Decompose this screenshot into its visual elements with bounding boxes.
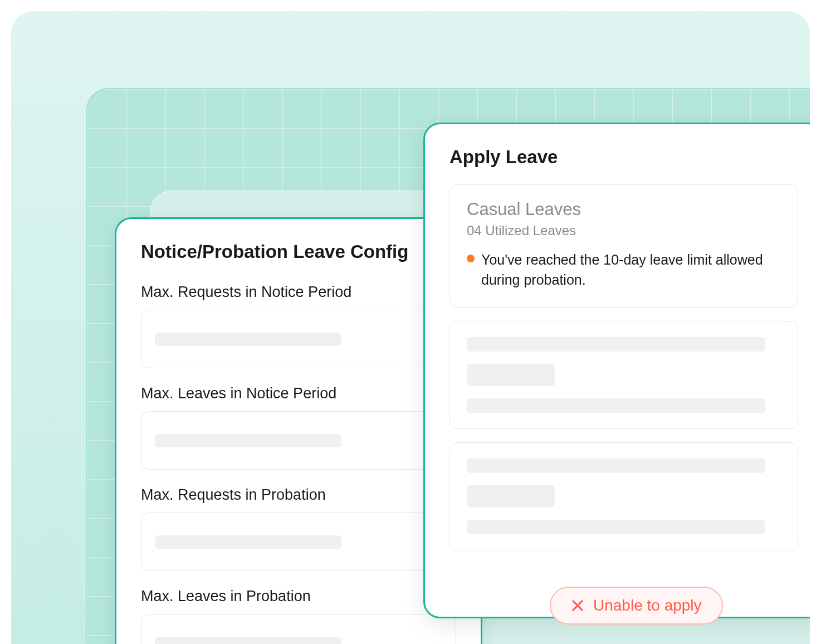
background-container: Notice/Probation Leave Config Max. Reque… [11,11,810,644]
leave-warning-row: You've reached the 10-day leave limit al… [467,250,781,290]
config-field-group: Max. Leaves in Probation [141,588,456,644]
config-field-label: Max. Leaves in Notice Period [141,385,456,402]
config-field-group: Max. Requests in Notice Period [141,284,456,368]
unable-to-apply-badge: Unable to apply [550,587,723,625]
config-field-label: Max. Leaves in Probation [141,588,456,605]
leave-utilized-label: 04 Utilized Leaves [467,223,781,238]
skeleton-placeholder [467,364,555,386]
unable-badge-label: Unable to apply [593,597,702,614]
leave-type-label: Casual Leaves [467,199,781,219]
skeleton-placeholder [467,398,765,413]
skeleton-placeholder [467,485,555,508]
skeleton-placeholder [155,333,341,346]
skeleton-placeholder [467,458,765,473]
config-field-input[interactable] [141,513,456,571]
leave-info-box: Casual Leaves 04 Utilized Leaves You've … [449,184,798,308]
skeleton-placeholder [155,535,341,549]
form-section-placeholder [449,442,798,550]
config-field-group: Max. Leaves in Notice Period [141,385,456,470]
leave-warning-text: You've reached the 10-day leave limit al… [481,250,781,290]
config-field-input[interactable] [141,614,456,644]
warning-dot-icon [467,255,475,262]
apply-leave-card: Apply Leave Casual Leaves 04 Utilized Le… [423,123,810,618]
skeleton-placeholder [467,520,765,534]
config-field-group: Max. Requests in Probation [141,486,456,571]
config-card-title: Notice/Probation Leave Config [141,241,456,262]
skeleton-placeholder [467,337,765,352]
skeleton-placeholder [155,434,341,447]
skeleton-placeholder [155,637,341,645]
config-field-label: Max. Requests in Probation [141,486,456,504]
apply-card-title: Apply Leave [449,147,798,168]
config-field-input[interactable] [141,310,456,368]
config-field-input[interactable] [141,411,456,470]
config-field-label: Max. Requests in Notice Period [141,284,456,301]
x-icon [571,599,584,612]
form-section-placeholder [449,321,798,429]
